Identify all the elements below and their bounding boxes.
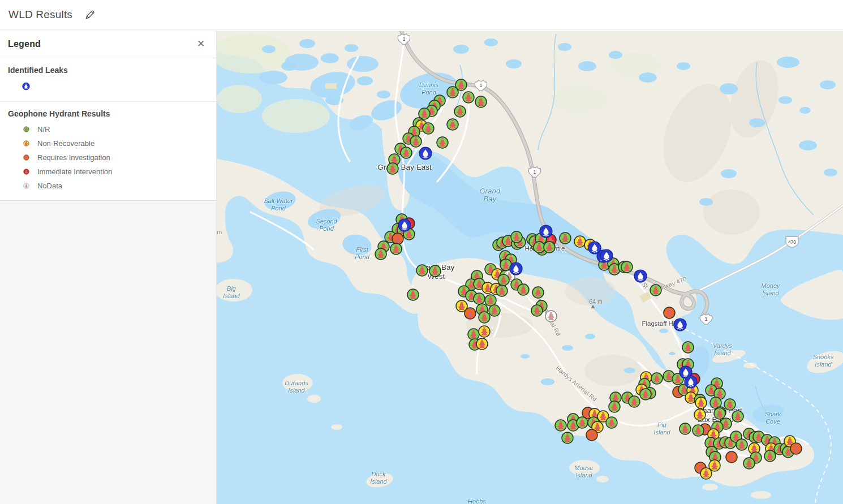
hydrant-marker-nr[interactable] bbox=[562, 432, 573, 443]
legend-section-geophone: Geophone Hydrant Results N/RNon-Recovera… bbox=[0, 101, 216, 200]
hydrant-marker-nr[interactable] bbox=[511, 231, 522, 243]
hydrant-marker-nr[interactable] bbox=[743, 458, 755, 469]
legend-item: N/R bbox=[21, 125, 208, 133]
hydrant-marker-nr[interactable] bbox=[736, 439, 747, 450]
hydrant-marker-nr[interactable] bbox=[679, 423, 691, 434]
leak-marker[interactable] bbox=[419, 147, 432, 160]
legend-section-identified-leaks: Identified Leaks bbox=[0, 58, 216, 101]
legend-item: Immediate Intervention bbox=[21, 167, 208, 176]
edit-title-button[interactable] bbox=[83, 7, 97, 22]
hydrant-marker-nr[interactable] bbox=[682, 342, 694, 353]
leak-marker[interactable] bbox=[398, 219, 411, 231]
hydrant-marker-nr[interactable] bbox=[606, 417, 617, 428]
hydrant-marker-nr[interactable] bbox=[531, 305, 543, 316]
legend-item: Requires Investigation bbox=[21, 153, 208, 162]
pencil-icon bbox=[85, 9, 96, 20]
hydrant-marker-nr[interactable] bbox=[390, 243, 402, 255]
legend-items-identified-leaks bbox=[8, 81, 208, 91]
legend-item: NoData bbox=[21, 182, 208, 190]
hydrant-marker-yel[interactable] bbox=[709, 460, 720, 471]
hydrant-marker-nr[interactable] bbox=[429, 265, 441, 277]
left-panel: Legend ✕ Identified Leaks Geophone Hydra… bbox=[0, 30, 217, 504]
hydrant-marker-org[interactable] bbox=[392, 233, 403, 244]
hydrant-marker-nr[interactable] bbox=[650, 285, 661, 296]
hydrant-swatch-icon bbox=[21, 167, 31, 176]
hydrant-marker-yel[interactable] bbox=[574, 236, 586, 247]
hydrant-marker-nod[interactable] bbox=[545, 311, 557, 322]
hydrant-marker-nr[interactable] bbox=[732, 411, 743, 422]
hydrant-marker-nr[interactable] bbox=[693, 425, 704, 436]
hydrant-marker-nr[interactable] bbox=[640, 389, 651, 400]
hydrant-marker-org[interactable] bbox=[464, 308, 476, 319]
hydrant-marker-nr[interactable] bbox=[447, 119, 458, 130]
hydrant-marker-nr[interactable] bbox=[407, 289, 419, 300]
hydrant-marker-org[interactable] bbox=[586, 429, 597, 441]
hydrant-marker-nr[interactable] bbox=[479, 312, 490, 323]
legend-item-label: N/R bbox=[37, 125, 50, 133]
hydrant-marker-nr[interactable] bbox=[468, 329, 479, 340]
leak-marker[interactable] bbox=[510, 262, 522, 275]
hydrant-swatch-icon bbox=[21, 153, 31, 162]
legend-widget: Legend ✕ Identified Leaks Geophone Hydra… bbox=[0, 30, 216, 201]
hydrant-marker-nr[interactable] bbox=[401, 147, 412, 158]
hydrant-marker-nr[interactable] bbox=[410, 136, 422, 147]
hydrant-marker-nr[interactable] bbox=[714, 408, 725, 419]
hydrant-marker-yel[interactable] bbox=[476, 338, 488, 350]
hydrant-marker-nr[interactable] bbox=[485, 295, 496, 306]
hydrant-marker-nr[interactable] bbox=[447, 87, 458, 98]
app-header: WLD Results bbox=[0, 0, 843, 29]
hydrant-swatch-icon bbox=[21, 125, 31, 133]
legend-item bbox=[21, 81, 208, 91]
leak-marker[interactable] bbox=[685, 376, 697, 388]
hydrant-marker-nr[interactable] bbox=[629, 396, 640, 407]
hydrant-marker-yel[interactable] bbox=[694, 409, 706, 420]
legend-section-title: Identified Leaks bbox=[8, 66, 208, 75]
hydrant-marker-yel[interactable] bbox=[695, 397, 707, 408]
hydrant-marker-nr[interactable] bbox=[621, 261, 633, 273]
legend-header: Legend ✕ bbox=[0, 30, 216, 58]
hydrant-marker-nr[interactable] bbox=[454, 106, 466, 117]
hydrant-marker-nr[interactable] bbox=[387, 163, 398, 174]
hydrant-marker-nr[interactable] bbox=[496, 285, 507, 296]
legend-item-label: Immediate Intervention bbox=[37, 167, 112, 176]
marker-layer bbox=[217, 31, 843, 504]
hydrant-marker-nr[interactable] bbox=[544, 242, 555, 253]
hydrant-marker-yel[interactable] bbox=[479, 326, 490, 337]
hydrant-marker-nr[interactable] bbox=[609, 401, 620, 412]
hydrant-marker-nr[interactable] bbox=[555, 420, 566, 431]
leak-marker[interactable] bbox=[674, 318, 686, 331]
legend-item-label: Non-Recoverable bbox=[37, 139, 94, 148]
hydrant-marker-org[interactable] bbox=[726, 451, 737, 463]
hydrant-marker-nr[interactable] bbox=[416, 265, 428, 276]
hydrant-marker-nr[interactable] bbox=[498, 274, 509, 286]
legend-items-geophone: N/RNon-RecoverableRequires Investigation… bbox=[8, 125, 208, 190]
hydrant-marker-nr[interactable] bbox=[532, 287, 544, 298]
legend-item: Non-Recoverable bbox=[21, 139, 208, 148]
hydrant-marker-nr[interactable] bbox=[423, 123, 434, 134]
hydrant-marker-nr[interactable] bbox=[475, 96, 487, 107]
hydrant-marker-nr[interactable] bbox=[375, 248, 386, 260]
legend-section-title: Geophone Hydrant Results bbox=[8, 109, 208, 118]
hydrant-marker-nr[interactable] bbox=[437, 137, 448, 148]
leak-marker[interactable] bbox=[634, 270, 647, 282]
hydrant-marker-nr[interactable] bbox=[560, 232, 571, 244]
hydrant-marker-nr[interactable] bbox=[577, 417, 588, 428]
hydrant-marker-nr[interactable] bbox=[474, 293, 485, 304]
hydrant-swatch-icon bbox=[21, 139, 31, 148]
hydrant-marker-org[interactable] bbox=[790, 443, 802, 454]
hydrant-marker-nr[interactable] bbox=[764, 450, 776, 462]
hydrant-marker-nr[interactable] bbox=[518, 284, 529, 295]
hydrant-marker-nr[interactable] bbox=[463, 92, 474, 103]
page-title: WLD Results bbox=[8, 8, 72, 21]
leak-marker[interactable] bbox=[540, 225, 552, 238]
hydrant-marker-nr[interactable] bbox=[534, 242, 545, 253]
hydrant-marker-org[interactable] bbox=[664, 307, 675, 318]
map[interactable]: 1111470 Dennis PondGrand BaySalt Water P… bbox=[217, 31, 843, 504]
leak-marker[interactable] bbox=[600, 249, 613, 262]
legend-close-button[interactable]: ✕ bbox=[193, 37, 208, 51]
hydrant-marker-nr[interactable] bbox=[651, 373, 663, 384]
legend-item-label: NoData bbox=[37, 182, 62, 190]
hydrant-marker-nr[interactable] bbox=[489, 305, 500, 316]
hydrant-marker-nr[interactable] bbox=[724, 399, 736, 410]
hydrant-swatch-icon bbox=[21, 182, 31, 190]
